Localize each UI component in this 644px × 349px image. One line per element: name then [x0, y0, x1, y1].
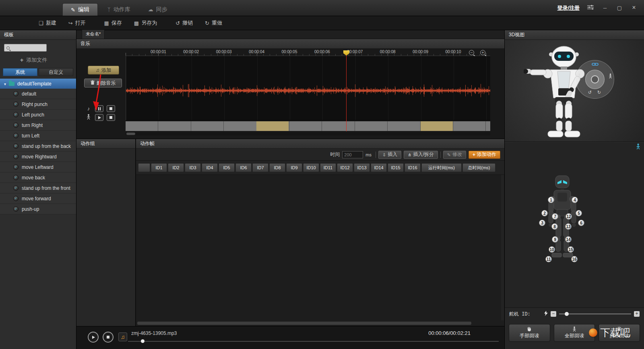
zoom-in-icon[interactable] — [480, 50, 485, 55]
template-item[interactable]: ✓default — [0, 89, 76, 99]
tab-edit[interactable]: ✎编辑 — [62, 3, 98, 16]
servo-badge-9[interactable]: 9 — [552, 236, 558, 243]
insert-button[interactable]: 插入 — [378, 151, 401, 159]
highlighted-segment[interactable] — [421, 121, 453, 131]
servo-badge-5[interactable]: 5 — [576, 210, 582, 216]
servo-badge-4[interactable]: 4 — [572, 197, 578, 203]
time-input[interactable] — [342, 151, 363, 158]
column-header-id10[interactable]: ID10 — [303, 163, 319, 172]
segment-bar[interactable] — [126, 121, 490, 131]
search-input[interactable] — [11, 46, 44, 50]
zoom-out-icon[interactable] — [469, 50, 474, 55]
undo-button[interactable]: ↺撤销 — [171, 18, 197, 28]
servo-badge-10[interactable]: 10 — [549, 246, 555, 253]
playback-stop-button[interactable] — [103, 332, 114, 343]
settings-icon[interactable] — [587, 4, 594, 12]
column-header-id6[interactable]: ID6 — [235, 163, 252, 172]
column-header-id8[interactable]: ID8 — [269, 163, 285, 172]
timeline-scrollbar-handle[interactable] — [126, 133, 135, 135]
action-frame-body[interactable] — [136, 175, 504, 326]
save-as-button[interactable]: ▩另存为 — [130, 18, 161, 28]
column-header-id12[interactable]: ID12 — [337, 163, 353, 172]
column-header-id11[interactable]: ID11 — [320, 163, 336, 172]
add-music-button[interactable]: 添加 — [88, 66, 119, 75]
horizontal-scrollbar-handle[interactable] — [137, 322, 471, 325]
column-header-id2[interactable]: ID2 — [168, 163, 184, 172]
save-button[interactable]: ▦保存 — [100, 18, 126, 28]
modify-button[interactable]: 修改 — [443, 151, 466, 159]
timeline-ruler[interactable]: 00:00:0100:00:0200:00:0300:00:0400:00:05… — [126, 49, 490, 56]
column-header-id9[interactable]: ID9 — [286, 163, 302, 172]
open-button[interactable]: ↪打开 — [64, 18, 90, 28]
close-button[interactable] — [630, 4, 638, 12]
servo-slider-knob[interactable] — [565, 312, 569, 316]
template-item[interactable]: ✓move back — [0, 172, 76, 183]
insert-split-button[interactable]: 插入/拆分 — [404, 151, 438, 159]
tab-sync[interactable]: ☁同步 — [140, 3, 175, 16]
template-item[interactable]: ✓stand up from the back — [0, 141, 76, 152]
template-item[interactable]: ✓Left punch — [0, 110, 76, 120]
servo-badge-13[interactable]: 13 — [565, 223, 572, 230]
servo-badge-7[interactable]: 7 — [552, 213, 558, 220]
action-play-button[interactable] — [95, 114, 103, 121]
sidebar-tab-system[interactable]: 系统 — [3, 68, 37, 76]
column-header-id14[interactable]: ID14 — [371, 163, 387, 172]
servo-badge-3[interactable]: 3 — [539, 220, 545, 226]
rotate-right-figure-icon[interactable] — [609, 73, 612, 80]
playback-slider[interactable] — [128, 339, 499, 343]
servo-badge-11[interactable]: 11 — [545, 256, 552, 262]
document-tab-untitled[interactable]: 未命名* — [82, 29, 105, 39]
column-header-runtime[interactable]: 运行时间(ms) — [421, 163, 462, 172]
servo-minus-button[interactable]: − — [551, 311, 556, 317]
servo-badge-6[interactable]: 6 — [578, 220, 584, 226]
pose-reset-icon[interactable] — [636, 143, 640, 151]
servo-plus-button[interactable]: + — [634, 311, 640, 317]
servo-badge-12[interactable]: 12 — [566, 213, 572, 220]
tab-action-library[interactable]: ᛉ动作库 — [99, 3, 138, 16]
waveform-canvas[interactable] — [126, 56, 490, 120]
column-header-id3[interactable]: ID3 — [185, 163, 201, 172]
search-box[interactable] — [4, 44, 47, 52]
action-stop-button[interactable] — [107, 114, 115, 121]
new-button[interactable]: ❑新建 — [35, 18, 60, 28]
login-register-link[interactable]: 登录/注册 — [557, 4, 580, 12]
template-item[interactable]: ✓Right punch — [0, 99, 76, 110]
template-item[interactable]: ✓stand up from the front — [0, 183, 76, 193]
add-action-button[interactable]: 添加动作 — [469, 151, 500, 159]
robot-3d-view[interactable]: ↺↻ — [505, 40, 644, 142]
template-item[interactable]: ✓move Leftward — [0, 162, 76, 172]
rotate-arrows-icon[interactable]: ↺↻ — [576, 90, 614, 95]
column-header-id1[interactable]: ID1 — [151, 163, 167, 172]
lightning-icon[interactable] — [544, 311, 548, 317]
rotation-control-wheel[interactable]: ↺↻ — [576, 60, 614, 99]
highlighted-segment[interactable] — [256, 121, 289, 131]
servo-badge-14[interactable]: 14 — [565, 236, 572, 243]
redo-button[interactable]: ↻重做 — [201, 18, 226, 28]
hand-readback-button[interactable]: 手部回读 — [509, 324, 550, 342]
servo-badge-1[interactable]: 1 — [548, 197, 554, 203]
add-file-button[interactable]: 添加文件 — [0, 53, 76, 67]
column-header-id4[interactable]: ID4 — [202, 163, 218, 172]
playback-play-button[interactable] — [88, 332, 99, 343]
tree-folder-default-template[interactable]: defaultTemplate — [0, 79, 76, 89]
servo-slider[interactable] — [559, 312, 631, 316]
column-header-id13[interactable]: ID13 — [354, 163, 370, 172]
template-item[interactable]: ✓turn Right — [0, 120, 76, 131]
column-header-id7[interactable]: ID7 — [252, 163, 268, 172]
servo-badge-15[interactable]: 15 — [568, 246, 574, 253]
link-icon[interactable] — [592, 62, 599, 67]
template-item[interactable]: ✓move forward — [0, 193, 76, 204]
waveform-area[interactable] — [126, 56, 490, 120]
action-group-body[interactable] — [76, 149, 135, 326]
rotate-left-figure-icon[interactable] — [578, 73, 581, 80]
servo-badge-8[interactable]: 8 — [551, 223, 558, 230]
column-header-totaltime[interactable]: 总时间(ms) — [462, 163, 495, 172]
column-header-id5[interactable]: ID5 — [219, 163, 235, 172]
column-header-id15[interactable]: ID15 — [388, 163, 404, 172]
playback-slider-knob[interactable] — [141, 339, 144, 343]
template-item[interactable]: ✓push-up — [0, 204, 76, 214]
maximize-button[interactable] — [616, 4, 623, 12]
column-header-id16[interactable]: ID16 — [405, 163, 421, 172]
template-item[interactable]: ✓turn Left — [0, 131, 76, 141]
wheel-hub[interactable] — [591, 75, 599, 83]
